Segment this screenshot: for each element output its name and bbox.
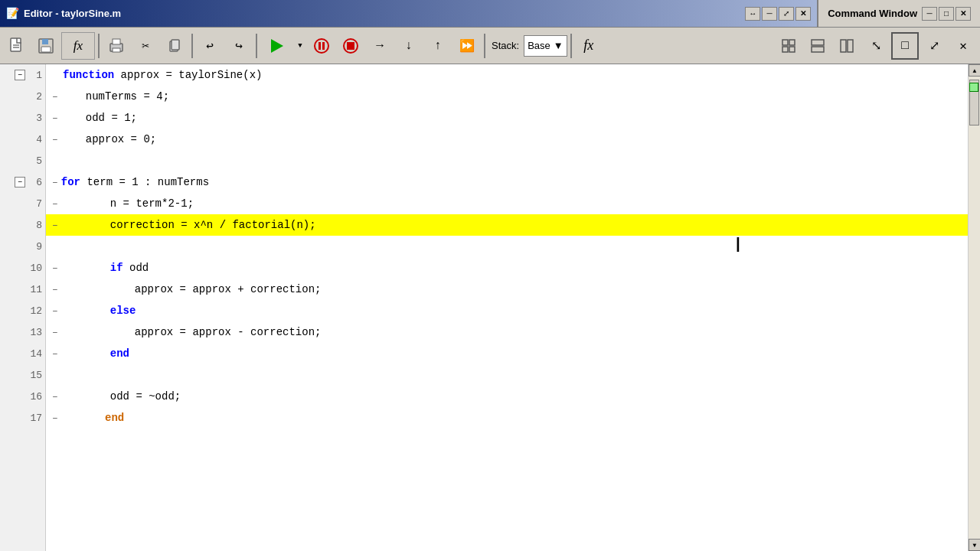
breakpoint-dash: – [52,284,58,295]
breakpoint-dash: – [52,134,58,145]
svg-rect-20 [789,47,795,52]
separator-5 [570,34,572,58]
line-number: 17 [28,412,42,424]
code-line[interactable]: –numTerms = 4; [46,86,968,107]
line-num-row: 10 [0,257,45,279]
code-line[interactable]: –approx = approx - correction; [46,321,968,343]
code-area[interactable]: function approx = taylorSine(x)–numTerms… [46,64,968,551]
code-line[interactable]: function approx = taylorSine(x) [46,64,968,86]
code-line[interactable]: –correction = x^n / factorial(n); [46,214,968,236]
stack-value: Base [528,40,550,51]
maximize-editor-btn[interactable]: □ [891,32,919,60]
fx-standalone-btn[interactable]: fx [575,32,603,60]
run-dropdown-btn[interactable]: ▼ [294,32,306,60]
new-file-btn[interactable] [3,32,31,60]
cut-btn[interactable]: ✂ [132,32,159,60]
scroll-down-btn[interactable]: ▼ [969,539,980,551]
svg-rect-4 [42,39,48,44]
debug-pause-btn[interactable] [308,32,335,60]
continue-btn[interactable]: ⏩ [453,32,481,60]
line-number: 8 [28,220,42,231]
editor-minimize-btn[interactable]: ─ [762,7,777,21]
run-btn[interactable] [260,32,292,60]
editor-close-btn[interactable]: ✕ [795,7,811,21]
separator-2 [191,34,193,58]
breakpoint-dash: – [52,348,58,360]
code-token: end [110,347,129,360]
code-line[interactable] [46,364,968,386]
save-btn[interactable] [32,32,60,60]
line-number: 11 [28,284,42,295]
line-num-row: 11 [0,279,45,300]
fx-btn[interactable]: fx [61,32,95,60]
split-v-btn[interactable] [804,32,831,60]
stack-chevron: ▼ [554,40,564,51]
breakpoint-dash: – [52,262,58,274]
undock-btn[interactable]: ⤡ [862,32,890,60]
code-line[interactable]: –if odd [46,257,968,279]
scroll-up-btn[interactable]: ▲ [969,64,980,77]
code-line[interactable]: –approx = approx + correction; [46,279,968,300]
svg-rect-8 [113,48,120,52]
code-line[interactable]: –odd = ~odd; [46,386,968,407]
toolbar: fx ✂ ↩ ↪ ▼ → ↓ ↑ ⏩ Stack: Base ▼ fx [0,28,980,64]
scrollbar[interactable]: ▲ ▼ [968,64,980,551]
code-line[interactable]: –else [46,300,968,321]
code-line[interactable] [46,150,968,171]
code-token: for [61,176,80,188]
step-in-btn[interactable]: ↓ [395,32,423,60]
svg-rect-17 [782,40,788,45]
code-token: approx = approx + correction; [135,283,322,295]
print-btn[interactable] [103,32,130,60]
stack-label: Stack: [492,40,519,51]
collapse-btn[interactable]: − [15,177,25,187]
command-window-title: Command Window [828,8,917,19]
svg-rect-10 [172,40,179,50]
cw-maximize-btn[interactable]: □ [939,7,954,21]
code-line[interactable] [46,236,968,257]
editor-title-bar: 📝 Editor - taylorSine.m ↔ ─ ⤢ ✕ [0,0,817,27]
step-out-btn[interactable]: ↑ [424,32,452,60]
cw-close-btn[interactable]: ✕ [956,7,971,21]
line-number: 9 [28,241,42,253]
line-num-row: 8 [0,214,45,236]
line-number: 1 [28,70,42,81]
redo-btn[interactable]: ↪ [225,32,253,60]
stack-dropdown[interactable]: Base ▼ [524,35,567,57]
copy-btn[interactable] [161,32,188,60]
code-line[interactable]: –end [46,343,968,364]
line-number: 6 [28,177,42,188]
scroll-indicator [969,83,978,92]
fx-label: fx [74,38,83,54]
code-token: end [86,412,124,424]
title-bar: 📝 Editor - taylorSine.m ↔ ─ ⤢ ✕ Command … [0,0,980,28]
collapse-btn[interactable]: − [15,70,25,80]
code-token: odd = 1; [86,112,137,124]
editor-float-btn[interactable]: ⤢ [779,7,794,21]
separator-1 [98,34,100,58]
code-line[interactable]: –odd = 1; [46,107,968,129]
code-token: odd [123,262,149,274]
split-h-btn[interactable] [833,32,861,60]
line-num-row: 14 [0,343,45,364]
float-editor-btn[interactable]: ⤢ [920,32,948,60]
debug-stop-btn[interactable] [337,32,364,60]
step-btn[interactable]: → [366,32,394,60]
code-line[interactable]: –approx = 0; [46,129,968,150]
undo-btn[interactable]: ↩ [196,32,224,60]
close-editor-btn[interactable]: ✕ [949,32,977,60]
breakpoint-dash: – [52,198,58,210]
separator-3 [256,34,257,58]
editor-restore-btn[interactable]: ↔ [745,7,760,21]
code-token: approx = 0; [86,133,156,145]
scroll-track[interactable] [969,77,980,539]
breakpoint-dash: – [52,112,58,124]
code-line[interactable]: –for term = 1 : numTerms [46,171,968,193]
cw-minimize-btn[interactable]: ─ [922,7,937,21]
editor-container: −12345−67891011121314151617 function app… [0,64,980,551]
code-line[interactable]: –n = term*2-1; [46,193,968,214]
code-token: numTerms = 4; [86,90,169,103]
grid-view-btn[interactable] [775,32,802,60]
code-token: approx = approx - correction; [135,326,322,338]
code-line[interactable]: – end [46,407,968,429]
